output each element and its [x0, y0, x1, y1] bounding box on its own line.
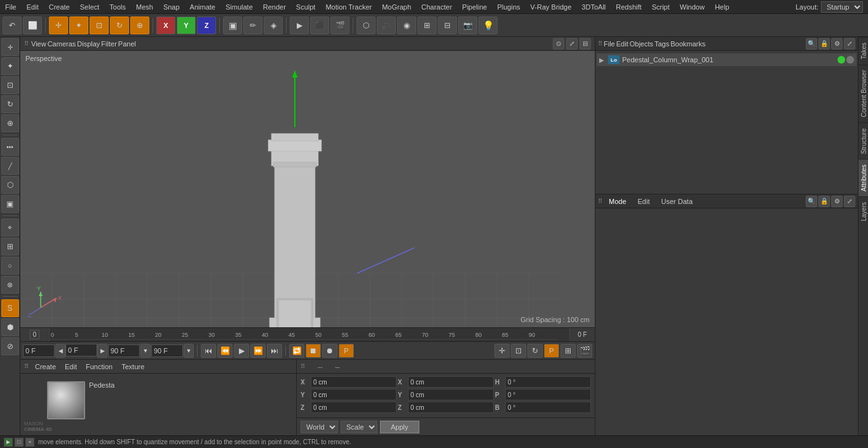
x-pos-input[interactable]	[311, 376, 397, 388]
menu-file[interactable]: File	[0, 2, 22, 12]
sidebar-poly-btn[interactable]: ⬡	[1, 176, 19, 194]
sidebar-obj-btn[interactable]: ▣	[1, 195, 19, 213]
attr-expand-icon[interactable]: ⤢	[844, 196, 855, 207]
goto-end-btn[interactable]: ⏭	[267, 344, 282, 358]
sidebar-brush-btn[interactable]: S	[1, 299, 19, 317]
undo-button[interactable]: ↶	[3, 17, 22, 34]
sidebar-mag-btn[interactable]: ⊘	[1, 337, 19, 355]
scale-tool-button[interactable]: ⊡	[90, 17, 109, 34]
layout-dropdown[interactable]: Startup	[821, 1, 863, 13]
menu-edit[interactable]: Edit	[22, 2, 44, 12]
objects-menu-file[interactable]: File	[604, 40, 615, 48]
prev-frame-btn[interactable]: ⏪	[217, 344, 233, 358]
status-icon-2[interactable]: □	[15, 438, 24, 447]
object-mode-button[interactable]: ▣	[223, 17, 242, 34]
grid-button[interactable]: ⊞	[417, 17, 437, 34]
viewport-menu-panel[interactable]: Panel	[118, 40, 136, 48]
menu-mograph[interactable]: MoGraph	[377, 2, 416, 12]
sidebar-extrude-btn[interactable]: ⊞	[1, 238, 19, 255]
menu-motion-tracker[interactable]: Motion Tracker	[320, 2, 377, 12]
snap-button[interactable]: ◉	[397, 17, 416, 34]
sidebar-loop2-btn[interactable]: ⊗	[1, 276, 19, 294]
menu-simulate[interactable]: Simulate	[220, 2, 258, 12]
x-size-input[interactable]	[408, 376, 494, 388]
attr-search-icon[interactable]: 🔍	[806, 196, 817, 207]
axis-x-button[interactable]: X	[156, 17, 175, 34]
menu-vray[interactable]: V-Ray Bridge	[526, 2, 577, 12]
objects-menu-bookmarks[interactable]: Bookmarks	[670, 40, 705, 48]
viewport-menu-filter[interactable]: Filter	[101, 40, 116, 48]
objects-menu-objects[interactable]: Objects	[630, 40, 653, 48]
vtab-content-browser[interactable]: Content Browser	[858, 64, 868, 122]
mat-menu-edit[interactable]: Edit	[61, 362, 81, 372]
render-view-button[interactable]: ▶	[290, 17, 309, 34]
playback-cam[interactable]: 🎬	[577, 344, 592, 358]
stop-btn[interactable]: ⏹	[306, 344, 321, 358]
vtab-takes[interactable]: Takes	[858, 37, 868, 64]
viewport-icon-expand[interactable]: ⤢	[566, 38, 578, 50]
objects-lock-icon[interactable]: 🔒	[818, 38, 830, 50]
attr-settings-icon[interactable]: ⚙	[831, 196, 843, 207]
sidebar-select-btn[interactable]: ✛	[1, 38, 19, 56]
z-pos-input[interactable]	[311, 402, 397, 413]
menu-window[interactable]: Window	[675, 2, 710, 12]
menu-select[interactable]: Select	[75, 2, 105, 12]
rotate-tool-button[interactable]: ↻	[110, 17, 129, 34]
menu-plugins[interactable]: Plugins	[492, 2, 525, 12]
status-icon-1[interactable]: ▶	[4, 438, 13, 447]
attr-tab-userdata[interactable]: User Data	[656, 196, 698, 207]
step-arrow[interactable]: ▼	[184, 344, 194, 358]
objects-menu-edit[interactable]: Edit	[616, 40, 628, 48]
camera-button[interactable]: 🎥	[377, 17, 396, 34]
attr-lock-icon[interactable]: 🔒	[818, 196, 830, 207]
sidebar-points-btn[interactable]: •••	[1, 138, 19, 156]
viewport-canvas[interactable]: X Y Z Grid Spacing : 100 cm Perspective	[20, 51, 595, 327]
viewport-button[interactable]: ⊟	[438, 17, 457, 34]
sidebar-scale-btn[interactable]: ⊡	[1, 76, 19, 94]
menu-tools[interactable]: Tools	[104, 2, 131, 12]
object-list-item[interactable]: ▶ Lo Pedestal_Column_Wrap_001	[597, 53, 857, 66]
vtab-structure[interactable]: Structure	[858, 123, 868, 160]
light-button[interactable]: 💡	[478, 17, 498, 34]
y-pos-input[interactable]	[311, 389, 397, 400]
frame-prev-btn[interactable]: ◀	[55, 344, 65, 358]
sidebar-paint-btn[interactable]: ⬢	[1, 318, 19, 336]
next-frame-btn[interactable]: ⏩	[250, 344, 266, 358]
playback-record2[interactable]: P	[544, 344, 559, 358]
sidebar-edges-btn[interactable]: ╱	[1, 157, 19, 175]
render-active-button[interactable]: ⬛	[310, 17, 329, 34]
menu-animate[interactable]: Animate	[185, 2, 220, 12]
start-frame-input[interactable]	[23, 344, 55, 357]
transform-tool-button[interactable]: ⊕	[130, 17, 149, 34]
rotate-tool-pb[interactable]: ↻	[527, 344, 543, 358]
step-frame-input[interactable]	[151, 344, 183, 357]
loop-btn[interactable]: 🔁	[289, 344, 304, 358]
objects-settings-icon[interactable]: ⚙	[831, 38, 843, 50]
menu-character[interactable]: Character	[416, 2, 457, 12]
sidebar-move-btn[interactable]: ✦	[1, 57, 19, 75]
menu-3dtoall[interactable]: 3DToAll	[576, 2, 611, 12]
perspective-button[interactable]: ⬡	[356, 17, 376, 34]
record-btn[interactable]: ⏺	[322, 344, 337, 358]
playback-grid[interactable]: ⊞	[560, 344, 576, 358]
p-input[interactable]	[505, 389, 591, 400]
objects-expand-icon[interactable]: ⤢	[844, 38, 855, 50]
menu-sculpt[interactable]: Sculpt	[291, 2, 321, 12]
play-mode-btn[interactable]: P	[339, 344, 354, 358]
viewport-icon-settings[interactable]: ⊟	[580, 38, 591, 50]
axis-y-button[interactable]: Y	[177, 17, 196, 34]
h-input[interactable]	[505, 376, 591, 388]
objects-menu-tags[interactable]: Tags	[654, 40, 669, 48]
frame-end-arrow[interactable]: ▼	[140, 344, 151, 358]
attr-tab-edit[interactable]: Edit	[633, 196, 655, 207]
play-btn[interactable]: ▶	[234, 344, 249, 358]
sidebar-rotate-btn[interactable]: ↻	[1, 95, 19, 113]
viewport-menu-cameras[interactable]: Cameras	[48, 40, 76, 48]
status-icon-3[interactable]: ×	[25, 438, 34, 447]
edit-mode-button[interactable]: ✏	[243, 17, 262, 34]
apply-button[interactable]: Apply	[380, 421, 419, 433]
viewport-icon-lock[interactable]: ⊙	[553, 38, 564, 50]
mat-menu-create[interactable]: Create	[31, 362, 60, 372]
sidebar-transform-btn[interactable]: ⊕	[1, 114, 19, 132]
display-button[interactable]: 📷	[458, 17, 477, 34]
